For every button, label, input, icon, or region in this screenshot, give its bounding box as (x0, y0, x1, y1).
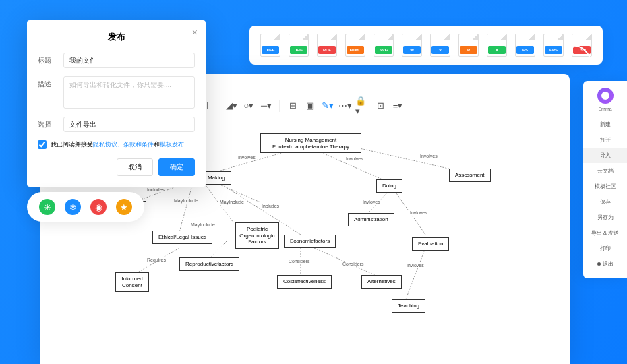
tool-crop-icon[interactable]: ⊡ (373, 98, 388, 113)
tool-dash-icon[interactable]: ⋯▾ (338, 98, 353, 113)
tool-stroke-icon[interactable]: ─▾ (259, 98, 274, 113)
svg-line-15 (405, 248, 425, 301)
node-reproductive[interactable]: Reproductivefactors (179, 257, 239, 271)
edge-requires: Requires (146, 257, 167, 262)
title-label: 标题 (38, 53, 57, 65)
edge-considers-1: Considers (287, 259, 311, 264)
format-ppt[interactable]: P (458, 34, 479, 57)
confirm-button[interactable]: 确定 (158, 158, 195, 176)
node-informed[interactable]: Informed Consent (115, 272, 149, 292)
edge-includes-2: Includes (260, 204, 280, 208)
privacy-link[interactable]: 隐私协议、条款和条件 (93, 141, 154, 148)
sidebar-item-import[interactable]: 导入 (583, 148, 627, 163)
svg-line-3 (348, 146, 466, 173)
tool-pen-icon[interactable]: ✎▾ (320, 98, 335, 113)
edge-includes-1: Includes (146, 187, 166, 192)
tool-bucket-icon[interactable]: ◢▾ (224, 98, 239, 113)
qq-icon[interactable]: ❄ (65, 199, 81, 215)
avatar[interactable] (597, 88, 614, 104)
tool-layers-icon[interactable]: ≡▾ (390, 98, 405, 113)
tool-image-icon[interactable]: ▣ (303, 98, 318, 113)
publish-dialog: × 发布 标题 描述 如何导出和转化文件，你只需要.... 选择 我已阅读并接受… (27, 20, 206, 187)
favorite-icon[interactable]: ★ (116, 199, 132, 215)
format-word[interactable]: W (402, 34, 422, 57)
sidebar-item-open[interactable]: 打开 (583, 132, 627, 148)
share-bar: ✳ ❄ ◉ ★ (27, 192, 144, 222)
edge-invloves-3: Invloves (405, 263, 425, 268)
dialog-title: 发布 (38, 31, 195, 43)
edge-involves-1: Involves (237, 155, 257, 160)
node-root[interactable]: Nursing Management Fordextroamphetamine … (260, 133, 361, 153)
consent-row: 我已阅读并接受隐私协议、条款和条件和模板发布 (38, 140, 195, 149)
template-link[interactable]: 模板发布 (160, 141, 184, 148)
consent-text: 我已阅读并接受隐私协议、条款和条件和模板发布 (51, 140, 184, 149)
edge-mayinclude-1: MayInclude (173, 198, 200, 203)
edge-involves-3: Involves (419, 154, 439, 158)
format-visio[interactable]: V (430, 34, 450, 57)
format-tiff[interactable]: TIFF (260, 34, 280, 57)
sidebar-item-print[interactable]: 打印 (583, 241, 627, 256)
desc-label: 描述 (38, 76, 57, 89)
node-doing[interactable]: Doing (376, 179, 402, 193)
node-ethical[interactable]: Ethical/Legal Issues (152, 231, 212, 244)
sidebar-item-export[interactable]: 导出 & 发送 (583, 225, 627, 241)
sidebar: Emma 新建 打开 导入 云文档 模板社区 保存 另存为 导出 & 发送 打印… (583, 81, 627, 278)
sidebar-item-saveas[interactable]: 另存为 (583, 210, 627, 225)
edge-mayinclude-3: MayInclude (189, 222, 216, 227)
node-assessment[interactable]: Assessment (449, 169, 491, 182)
format-svg[interactable]: SVG (374, 34, 394, 57)
edge-invloves-2: Invloves (409, 210, 429, 215)
sidebar-item-save[interactable]: 保存 (583, 194, 627, 210)
format-eps[interactable]: EPS (543, 34, 564, 57)
wechat-icon[interactable]: ✳ (39, 199, 55, 215)
node-evaluation[interactable]: Evaluation (412, 237, 449, 251)
tool-grid-icon[interactable]: ⊞ (285, 98, 300, 113)
edge-considers-2: Considers (341, 262, 365, 266)
edge-mayinclude-2: MayInclude (218, 200, 245, 204)
sidebar-item-cloud[interactable]: 云文档 (583, 163, 627, 179)
user-name: Emma (583, 107, 627, 111)
weibo-icon[interactable]: ◉ (90, 199, 107, 215)
desc-input[interactable]: 如何导出和转化文件，你只需要.... (63, 76, 195, 109)
sidebar-item-templates[interactable]: 模板社区 (583, 179, 627, 194)
format-bar: TIFF JPG PDF HTML SVG W V P X PS EPS CSV (249, 26, 603, 65)
node-teaching[interactable]: Teaching (392, 299, 425, 313)
arrow-decoration (568, 40, 595, 67)
node-admin[interactable]: Administration (348, 213, 394, 226)
sidebar-item-new[interactable]: 新建 (583, 117, 627, 132)
consent-checkbox[interactable] (38, 140, 47, 149)
select-label: 选择 (38, 117, 57, 129)
edge-involves-2: Involves (345, 156, 365, 161)
node-cost[interactable]: Costeffectiveness (277, 275, 332, 289)
format-pdf[interactable]: PDF (317, 34, 337, 57)
node-pediatric[interactable]: Pediatric Orgerontologic Factors (235, 222, 279, 249)
tool-shape-icon[interactable]: ○▾ (241, 98, 256, 113)
close-icon[interactable]: × (192, 27, 198, 38)
cancel-button[interactable]: 取消 (117, 158, 153, 176)
sidebar-item-exit[interactable]: 退出 (583, 256, 627, 272)
node-economic[interactable]: Economicfactors (284, 235, 336, 248)
format-html[interactable]: HTML (345, 34, 365, 57)
select-input[interactable] (63, 117, 195, 132)
node-alternatives[interactable]: Alternatives (361, 275, 402, 289)
format-jpg[interactable]: JPG (289, 34, 309, 57)
edge-invloves-1: Invloves (361, 200, 382, 204)
format-ps[interactable]: PS (515, 34, 535, 57)
title-input[interactable] (63, 53, 195, 68)
tool-lock-icon[interactable]: 🔒▾ (355, 98, 370, 113)
format-excel[interactable]: X (487, 34, 507, 57)
